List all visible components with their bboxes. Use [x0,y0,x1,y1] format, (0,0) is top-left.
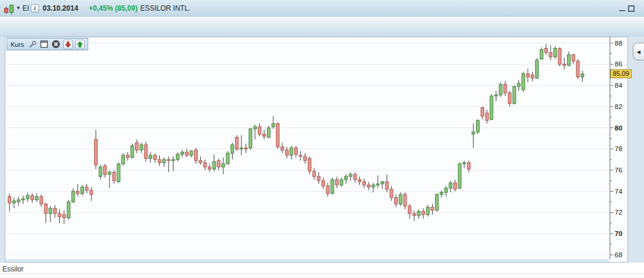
svg-text:68: 68 [615,251,623,258]
settings-wrench-icon[interactable] [28,40,37,49]
arrow-down-icon [65,41,72,48]
kurs-label: Kurs [11,41,24,48]
detach-window-icon[interactable] [40,40,49,49]
arrow-up-icon [76,41,83,48]
svg-text:74: 74 [615,188,623,195]
move-down-button[interactable] [63,40,73,49]
application-window: ▼ EI i 03.10.2014 +0,45% (85,09) ESSILOR… [0,0,644,263]
instrument-name-label: Essilor [2,265,24,273]
svg-text:78: 78 [615,145,623,152]
move-up-button[interactable] [75,40,85,49]
candlestick-chart[interactable]: 6870727476788082848688 [0,0,644,263]
svg-text:76: 76 [615,167,623,174]
svg-text:86: 86 [615,60,623,68]
kurs-toolbar: Kurs [7,38,88,50]
svg-text:84: 84 [615,82,623,89]
svg-text:80: 80 [615,124,623,132]
last-price-tag: 85,09 [610,69,632,78]
window-bottom-edge [0,273,644,274]
svg-text:72: 72 [615,209,623,216]
svg-text:82: 82 [615,103,623,110]
svg-text:88: 88 [615,40,623,47]
svg-text:70: 70 [615,230,623,237]
close-icon[interactable] [51,40,61,49]
